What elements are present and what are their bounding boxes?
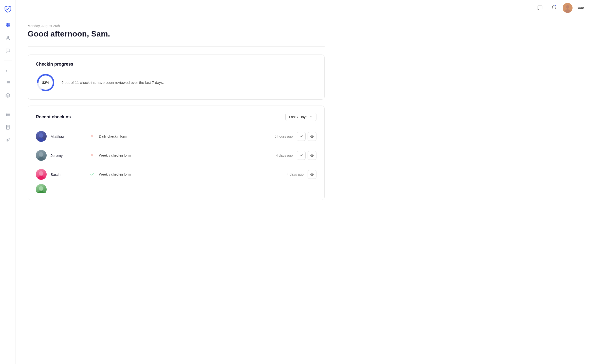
checkin-actions-matthew [297, 132, 316, 141]
svg-point-36 [312, 155, 313, 156]
chat-icon-button[interactable] [535, 3, 545, 13]
svg-point-33 [38, 157, 45, 161]
status-icon-matthew [89, 133, 95, 139]
svg-point-40 [39, 186, 43, 191]
sidebar-item-list[interactable] [2, 77, 13, 88]
checkin-name-matthew: Matthew [51, 134, 85, 139]
sidebar-item-tasks[interactable] [2, 109, 13, 120]
topbar: Sam [16, 0, 592, 16]
svg-marker-14 [6, 93, 10, 95]
checkin-name-sarah: Sarah [51, 172, 85, 177]
sidebar-divider-2 [4, 105, 12, 105]
filter-label: Last 7 Days [289, 115, 307, 119]
status-icon-sarah [89, 171, 95, 177]
recent-checkins-header: Recent checkins Last 7 Days [36, 113, 316, 121]
svg-point-37 [39, 171, 43, 176]
main-content: Sam Monday, August 26th Good afternoon, … [16, 0, 592, 364]
approve-button-matthew[interactable] [297, 132, 306, 141]
svg-point-41 [38, 191, 45, 193]
svg-rect-3 [8, 26, 10, 27]
avatar-jeremy [36, 150, 47, 161]
sidebar-divider-1 [4, 60, 12, 60]
svg-point-32 [39, 152, 43, 157]
checkin-form-matthew: Daily checkin form [99, 134, 259, 138]
checkin-form-sarah: Weekly checkin form [99, 172, 270, 176]
status-icon-jeremy [89, 152, 95, 158]
checkin-row-sarah: Sarah Weekly checkin form 4 days ago [36, 165, 316, 184]
svg-point-28 [38, 138, 45, 142]
sidebar-item-forms[interactable] [2, 122, 13, 133]
sidebar [0, 0, 16, 364]
greeting-date: Monday, August 26th [28, 24, 325, 28]
avatar-partial [36, 184, 47, 193]
view-button-jeremy[interactable] [308, 151, 316, 160]
time-filter-select[interactable]: Last 7 Days [285, 113, 316, 121]
svg-point-31 [312, 136, 313, 137]
svg-rect-0 [6, 23, 7, 25]
recent-checkins-title: Recent checkins [36, 114, 71, 120]
view-button-matthew[interactable] [308, 132, 316, 141]
progress-circle: 82% [36, 73, 56, 92]
sidebar-item-messages[interactable] [2, 45, 13, 56]
sidebar-item-users[interactable] [2, 33, 13, 43]
checkin-row-matthew: Matthew Daily checkin form 5 hours ago [36, 127, 316, 146]
avatar[interactable] [563, 3, 573, 13]
sidebar-item-dashboard[interactable] [2, 20, 13, 31]
checkin-time-jeremy: 4 days ago [263, 153, 293, 157]
username-label: Sam [576, 6, 584, 10]
page-content: Monday, August 26th Good afternoon, Sam.… [16, 16, 336, 208]
checkin-time-matthew: 5 hours ago [263, 134, 293, 138]
progress-section: 82% 9 out of 11 check-ins have been revi… [36, 73, 316, 92]
progress-percentage-label: 82% [42, 81, 49, 85]
avatar-matthew [36, 131, 47, 142]
checkin-actions-sarah [308, 170, 316, 179]
svg-point-23 [566, 5, 569, 9]
svg-point-39 [312, 174, 313, 175]
greeting-title: Good afternoon, Sam. [28, 29, 325, 38]
checkin-time-sarah: 4 days ago [274, 172, 304, 176]
checkin-progress-title: Checkin progress [36, 62, 316, 67]
svg-point-27 [39, 133, 43, 138]
recent-checkins-card: Recent checkins Last 7 Days Matthew [28, 106, 325, 200]
sidebar-item-layers[interactable] [2, 90, 13, 101]
svg-point-4 [7, 36, 9, 38]
checkin-progress-card: Checkin progress 82% 9 out of 11 check-i… [28, 55, 325, 100]
checkin-name-jeremy: Jeremy [51, 153, 85, 158]
checkin-actions-jeremy [297, 151, 316, 160]
sidebar-item-integrations[interactable] [2, 135, 13, 146]
svg-rect-1 [8, 23, 10, 25]
view-button-sarah[interactable] [308, 170, 316, 179]
checkin-form-jeremy: Weekly checkin form [99, 153, 259, 157]
section-divider [28, 46, 325, 47]
notification-icon-button[interactable] [549, 3, 559, 13]
checkin-row-partial [36, 184, 316, 193]
svg-rect-2 [6, 26, 7, 27]
app-logo[interactable] [3, 4, 13, 14]
progress-description: 9 out of 11 check-ins have been reviewed… [61, 80, 164, 86]
sidebar-item-analytics[interactable] [2, 64, 13, 75]
approve-button-jeremy[interactable] [297, 151, 306, 160]
avatar-sarah [36, 169, 47, 180]
checkin-row-jeremy: Jeremy Weekly checkin form 4 days ago [36, 146, 316, 165]
svg-point-38 [38, 176, 45, 180]
